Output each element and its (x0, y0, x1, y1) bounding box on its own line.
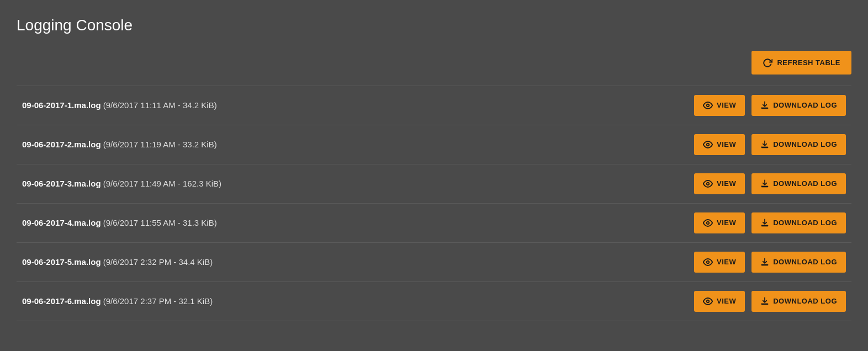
svg-rect-3 (761, 147, 768, 148)
log-actions: VIEW DOWNLOAD LOG (694, 212, 846, 233)
log-name: 09-06-2017-6.ma.log (9/6/2017 2:37 PM - … (22, 296, 213, 306)
log-actions: VIEW DOWNLOAD LOG (694, 134, 846, 155)
log-filename: 09-06-2017-4.ma.log (22, 218, 101, 227)
view-button[interactable]: VIEW (694, 291, 745, 312)
eye-icon (703, 257, 713, 267)
log-meta: (9/6/2017 11:55 AM - 31.3 KiB) (103, 218, 217, 227)
view-label: VIEW (717, 101, 736, 109)
log-name: 09-06-2017-2.ma.log (9/6/2017 11:19 AM -… (22, 140, 217, 149)
download-label: DOWNLOAD LOG (773, 101, 837, 109)
download-label: DOWNLOAD LOG (773, 297, 837, 305)
refresh-table-button[interactable]: REFRESH TABLE (751, 51, 851, 75)
eye-icon (703, 140, 713, 150)
view-label: VIEW (717, 140, 736, 148)
view-label: VIEW (717, 219, 736, 227)
page-title: Logging Console (17, 17, 851, 34)
eye-icon (703, 179, 713, 189)
download-icon (760, 257, 769, 267)
download-log-button[interactable]: DOWNLOAD LOG (751, 291, 846, 312)
download-log-button[interactable]: DOWNLOAD LOG (751, 134, 846, 155)
download-log-button[interactable]: DOWNLOAD LOG (751, 212, 846, 233)
download-label: DOWNLOAD LOG (773, 179, 837, 188)
view-label: VIEW (717, 258, 736, 266)
log-filename: 09-06-2017-5.ma.log (22, 257, 101, 267)
download-label: DOWNLOAD LOG (773, 258, 837, 266)
log-meta: (9/6/2017 2:32 PM - 34.4 KiB) (103, 257, 213, 267)
download-icon (760, 100, 769, 110)
view-button[interactable]: VIEW (694, 134, 745, 155)
log-row: 09-06-2017-4.ma.log (9/6/2017 11:55 AM -… (17, 204, 851, 243)
svg-point-0 (707, 104, 710, 107)
log-filename: 09-06-2017-6.ma.log (22, 296, 101, 306)
log-row: 09-06-2017-3.ma.log (9/6/2017 11:49 AM -… (17, 164, 851, 204)
download-label: DOWNLOAD LOG (773, 140, 837, 148)
log-actions: VIEW DOWNLOAD LOG (694, 173, 846, 194)
download-log-button[interactable]: DOWNLOAD LOG (751, 173, 846, 194)
svg-point-10 (707, 300, 710, 303)
view-button[interactable]: VIEW (694, 252, 745, 273)
svg-point-4 (707, 183, 710, 185)
view-label: VIEW (717, 179, 736, 188)
log-row: 09-06-2017-5.ma.log (9/6/2017 2:32 PM - … (17, 243, 851, 282)
svg-rect-11 (761, 304, 768, 305)
log-actions: VIEW DOWNLOAD LOG (694, 291, 846, 312)
svg-rect-5 (761, 186, 768, 187)
download-icon (760, 140, 769, 149)
download-log-button[interactable]: DOWNLOAD LOG (751, 252, 846, 273)
log-actions: VIEW DOWNLOAD LOG (694, 95, 846, 116)
log-filename: 09-06-2017-3.ma.log (22, 179, 101, 188)
log-row: 09-06-2017-2.ma.log (9/6/2017 11:19 AM -… (17, 125, 851, 164)
log-filename: 09-06-2017-1.ma.log (22, 100, 101, 110)
svg-point-6 (707, 222, 710, 225)
svg-rect-7 (761, 225, 768, 226)
log-name: 09-06-2017-3.ma.log (9/6/2017 11:49 AM -… (22, 179, 221, 188)
view-label: VIEW (717, 297, 736, 305)
log-name: 09-06-2017-5.ma.log (9/6/2017 2:32 PM - … (22, 257, 213, 267)
download-icon (760, 179, 769, 188)
log-table: 09-06-2017-1.ma.log (9/6/2017 11:11 AM -… (17, 86, 851, 321)
svg-point-2 (707, 143, 710, 146)
download-log-button[interactable]: DOWNLOAD LOG (751, 95, 846, 116)
download-icon (760, 218, 769, 227)
download-label: DOWNLOAD LOG (773, 219, 837, 227)
log-filename: 09-06-2017-2.ma.log (22, 140, 101, 149)
view-button[interactable]: VIEW (694, 212, 745, 233)
refresh-icon (763, 57, 772, 68)
log-meta: (9/6/2017 11:19 AM - 33.2 KiB) (103, 140, 217, 149)
refresh-table-label: REFRESH TABLE (777, 59, 840, 67)
log-row: 09-06-2017-1.ma.log (9/6/2017 11:11 AM -… (17, 86, 851, 125)
eye-icon (703, 296, 713, 306)
log-actions: VIEW DOWNLOAD LOG (694, 252, 846, 273)
log-row: 09-06-2017-6.ma.log (9/6/2017 2:37 PM - … (17, 282, 851, 321)
log-meta: (9/6/2017 11:11 AM - 34.2 KiB) (103, 100, 217, 110)
svg-rect-1 (761, 108, 768, 109)
download-icon (760, 296, 769, 306)
log-meta: (9/6/2017 2:37 PM - 32.1 KiB) (103, 296, 213, 306)
svg-point-8 (707, 261, 710, 264)
view-button[interactable]: VIEW (694, 173, 745, 194)
eye-icon (703, 218, 713, 228)
log-name: 09-06-2017-1.ma.log (9/6/2017 11:11 AM -… (22, 100, 217, 110)
svg-rect-9 (761, 264, 768, 265)
eye-icon (703, 100, 713, 110)
log-name: 09-06-2017-4.ma.log (9/6/2017 11:55 AM -… (22, 218, 217, 227)
log-meta: (9/6/2017 11:49 AM - 162.3 KiB) (103, 179, 221, 188)
toolbar: REFRESH TABLE (17, 51, 851, 75)
view-button[interactable]: VIEW (694, 95, 745, 116)
